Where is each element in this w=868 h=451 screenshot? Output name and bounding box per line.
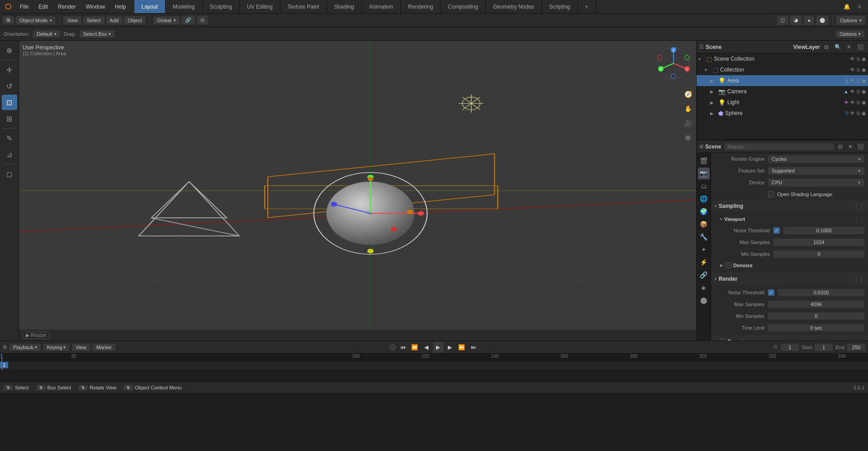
outliner-filter-btn[interactable]: ⊟ xyxy=(821,42,831,52)
camera-data-icon[interactable]: ▲ xyxy=(844,89,849,94)
jump-end-btn[interactable]: ⏭ xyxy=(468,342,479,353)
denoise-checkbox[interactable] xyxy=(725,262,731,269)
playback-btn[interactable]: Playback xyxy=(9,344,41,351)
area-visibility-icon[interactable]: 👁 xyxy=(850,78,855,83)
camera-visibility-icon[interactable]: 👁 xyxy=(850,89,855,94)
timeline-track[interactable]: 1 20 100 120 140 160 180 200 220 240 1 xyxy=(0,354,868,370)
view-btn-timeline[interactable]: View xyxy=(72,344,90,351)
proportional-btn[interactable]: ⊙ xyxy=(197,16,208,24)
properties-filter-btn[interactable]: ⊟ xyxy=(835,142,845,152)
jump-start-btn[interactable]: ⏮ xyxy=(398,342,408,353)
denoise-subsection-header[interactable]: ▶ Denoise xyxy=(720,260,864,271)
tab-rendering[interactable]: Rendering xyxy=(401,0,441,13)
outliner-scene-collection[interactable]: ▾ ⬚ Scene Collection 👁 ⊙ ◉ xyxy=(697,53,868,64)
viewport-shading-solid[interactable]: ◕ xyxy=(790,16,802,25)
tab-animation[interactable]: Animation xyxy=(362,0,401,13)
outliner-sphere[interactable]: ▶ ⬟ Sphere ▽ 👁 ⊙ ◉ xyxy=(697,108,868,119)
tab-layout[interactable]: Layout xyxy=(134,0,166,13)
render-time-limit-value[interactable]: 0 sec xyxy=(768,324,864,331)
drag-dropdown[interactable]: Select Box xyxy=(80,30,115,38)
tab-compositing[interactable]: Compositing xyxy=(441,0,486,13)
outliner-camera[interactable]: ▶ 📷 Camera ▲ 👁 ⊙ ◉ xyxy=(697,86,868,97)
vp-render-region-btn[interactable]: ⊞ xyxy=(682,131,694,144)
prop-tab-render[interactable]: 🎬 xyxy=(698,155,710,167)
camera-select-icon[interactable]: ⊙ xyxy=(856,89,860,95)
viewport-noise-checkbox[interactable]: ✓ xyxy=(773,227,780,234)
sphere-visibility-icon[interactable]: 👁 xyxy=(850,110,855,116)
measure-tool[interactable]: ⊿ xyxy=(2,147,17,162)
light-render-icon[interactable]: ◉ xyxy=(862,100,866,106)
render-header[interactable]: ▾ Render ⋮⋮ xyxy=(711,273,868,285)
current-frame-field[interactable]: 1 xyxy=(781,344,799,351)
sphere-select-icon[interactable]: ⊙ xyxy=(856,110,860,116)
start-frame-field[interactable]: 1 xyxy=(815,344,833,351)
menu-help[interactable]: Help xyxy=(110,2,131,12)
menu-edit[interactable]: Edit xyxy=(34,2,52,12)
move-tool[interactable]: ✛ xyxy=(2,62,17,77)
tab-geometry-nodes[interactable]: Geometry Nodes xyxy=(486,0,542,13)
select-btn[interactable]: Select xyxy=(83,16,104,24)
outliner-area[interactable]: ▶ 💡 Area △ 👁 ⊙ ◉ xyxy=(697,75,868,86)
viewport-gizmo[interactable]: Z X Y xyxy=(655,45,692,82)
viewport-noise-value[interactable]: 0.1000 xyxy=(783,227,864,234)
prop-tab-modifier[interactable]: 🔧 xyxy=(698,231,710,243)
prop-tab-constraints[interactable]: 🔗 xyxy=(698,269,710,281)
osl-checkbox[interactable] xyxy=(768,191,774,197)
render-noise-value[interactable]: 0.0100 xyxy=(778,289,864,296)
sc-visibility-icon[interactable]: 👁 xyxy=(850,56,855,62)
orientation-selector[interactable]: Global xyxy=(153,16,180,24)
vp-pan-btn[interactable]: ✋ xyxy=(682,102,694,115)
prop-tab-scene[interactable]: 🌐 xyxy=(698,193,710,205)
keying-btn[interactable]: Keying xyxy=(43,344,70,351)
render-max-samples-value[interactable]: 4096 xyxy=(768,301,864,308)
tab-modeling[interactable]: Modeling xyxy=(166,0,203,13)
vp-gizmo-btn[interactable]: 🧭 xyxy=(682,88,694,101)
viewport-shading-wire[interactable]: ◻ xyxy=(777,16,788,25)
scale-tool[interactable]: ⊡ xyxy=(2,95,17,110)
mode-selector[interactable]: Object Mode xyxy=(16,16,56,24)
end-frame-field[interactable]: 250 xyxy=(847,344,865,351)
timeline-editor-icon[interactable]: ⊞ xyxy=(3,344,7,350)
outliner-close-btn[interactable]: ✕ xyxy=(844,42,854,52)
next-keyframe-btn[interactable]: ▶ xyxy=(445,342,455,353)
properties-editor-icon[interactable]: ⊞ xyxy=(699,144,703,149)
prop-tab-object[interactable]: 📦 xyxy=(698,218,710,230)
next-frame-btn[interactable]: ⏩ xyxy=(456,342,467,353)
sphere-data-icon[interactable]: ▽ xyxy=(845,110,849,116)
play-btn[interactable]: ▶ xyxy=(433,342,444,353)
editor-type-btn[interactable]: ⊞ xyxy=(3,16,14,24)
view-btn[interactable]: View xyxy=(63,16,81,24)
tab-shading[interactable]: Shading xyxy=(327,0,362,13)
prop-tab-material[interactable]: ⬤ xyxy=(698,294,710,306)
add-cube-tool[interactable]: ◻ xyxy=(2,166,17,182)
tab-uv-editing[interactable]: UV Editing xyxy=(240,0,280,13)
scene-selector[interactable]: 🔔 xyxy=(842,2,852,12)
blender-logo[interactable]: ⬡ xyxy=(2,0,14,13)
menu-render[interactable]: Render xyxy=(53,2,80,12)
rotate-tool[interactable]: ↺ xyxy=(2,78,17,94)
prop-tab-output[interactable]: 📷 xyxy=(698,168,710,179)
options-dropdown[interactable]: Options xyxy=(836,30,864,38)
light-data-icon[interactable]: ☀ xyxy=(844,100,849,106)
area-render-icon[interactable]: ◉ xyxy=(862,78,866,84)
prop-tab-data[interactable]: ◈ xyxy=(698,282,710,293)
col-render-icon[interactable]: ◉ xyxy=(862,67,866,73)
light-visibility-icon[interactable]: 👁 xyxy=(850,100,855,105)
area-select-icon[interactable]: ⊙ xyxy=(856,78,860,84)
viewport-max-samples-value[interactable]: 1024 xyxy=(773,239,864,246)
snap-btn[interactable]: 🔗 xyxy=(181,16,195,24)
sc-render-icon[interactable]: ◉ xyxy=(862,56,866,62)
render-noise-checkbox[interactable]: ✓ xyxy=(768,289,774,296)
prev-keyframe-btn[interactable]: ◀ xyxy=(421,342,432,353)
outliner-search-btn[interactable]: 🔍 xyxy=(833,42,843,52)
prev-frame-btn[interactable]: ⏪ xyxy=(409,342,420,353)
render-denoise-header[interactable]: ▶ Denoise xyxy=(711,336,868,341)
feature-set-value[interactable]: Supported xyxy=(768,167,864,175)
vp-camera-btn[interactable]: 🎥 xyxy=(682,117,694,130)
viewport-shading-material[interactable]: ● xyxy=(804,16,814,25)
col-visibility-icon[interactable]: 👁 xyxy=(850,67,855,72)
prop-tab-physics[interactable]: ⚡ xyxy=(698,256,710,268)
prop-tab-view-layer[interactable]: 🗂 xyxy=(698,180,710,192)
col-select-icon[interactable]: ⊙ xyxy=(856,67,860,73)
sc-select-icon[interactable]: ⊙ xyxy=(856,56,860,62)
